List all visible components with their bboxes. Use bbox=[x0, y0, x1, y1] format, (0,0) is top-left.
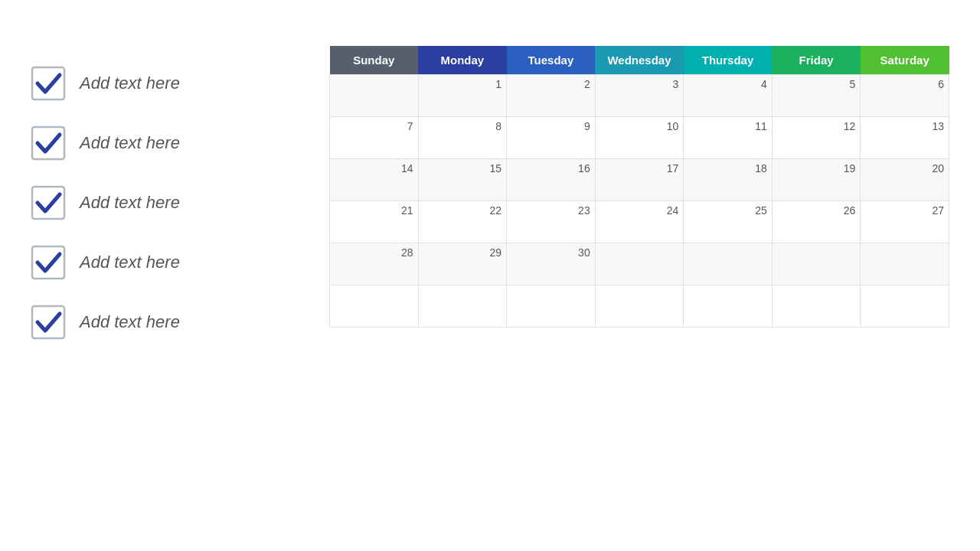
calendar-header-cell: Wednesday bbox=[595, 46, 684, 75]
checklist: Add text here Add text here Add text her… bbox=[31, 46, 299, 352]
calendar-week-row: 123456 bbox=[330, 75, 949, 117]
calendar-day-cell: 5 bbox=[772, 75, 861, 117]
calendar-header-cell: Tuesday bbox=[507, 46, 596, 75]
calendar-day-cell: 13 bbox=[861, 117, 949, 159]
calendar-day-cell: 7 bbox=[330, 117, 419, 159]
calendar-day-cell bbox=[418, 285, 507, 328]
calendar-day-cell bbox=[772, 243, 861, 285]
calendar-day-cell bbox=[330, 75, 419, 117]
calendar-day-cell bbox=[861, 243, 949, 285]
calendar-day-cell bbox=[595, 243, 684, 285]
calendar-header-cell: Sunday bbox=[330, 46, 419, 75]
calendar-week-row: 78910111213 bbox=[330, 117, 949, 159]
calendar-day-cell: 28 bbox=[330, 243, 419, 285]
calendar-day-cell bbox=[684, 243, 773, 285]
calendar-day-cell: 4 bbox=[684, 75, 773, 117]
calendar-day-cell: 11 bbox=[684, 117, 773, 159]
calendar-day-cell: 30 bbox=[507, 243, 596, 285]
calendar-header-cell: Saturday bbox=[861, 46, 949, 75]
calendar-day-cell: 16 bbox=[507, 159, 596, 201]
checklist-item-text: Add text here bbox=[80, 133, 180, 153]
calendar-header-cell: Thursday bbox=[684, 46, 773, 75]
checkbox-icon bbox=[31, 126, 66, 161]
checklist-item: Add text here bbox=[31, 113, 299, 173]
calendar-day-cell: 18 bbox=[684, 159, 773, 201]
calendar-day-cell: 24 bbox=[595, 201, 684, 243]
calendar-day-cell: 8 bbox=[418, 117, 507, 159]
calendar-header: SundayMondayTuesdayWednesdayThursdayFrid… bbox=[330, 46, 949, 75]
calendar-day-cell: 19 bbox=[772, 159, 861, 201]
calendar-header-cell: Friday bbox=[772, 46, 861, 75]
calendar-day-cell bbox=[595, 285, 684, 328]
calendar-day-cell bbox=[772, 285, 861, 328]
page-title bbox=[0, 0, 980, 38]
checkbox-icon bbox=[31, 305, 66, 340]
calendar-week-row: 21222324252627 bbox=[330, 201, 949, 243]
calendar-day-cell: 23 bbox=[507, 201, 596, 243]
calendar-day-cell: 10 bbox=[595, 117, 684, 159]
checklist-item: Add text here bbox=[31, 173, 299, 233]
calendar-day-cell: 17 bbox=[595, 159, 684, 201]
calendar-day-cell: 21 bbox=[330, 201, 419, 243]
calendar-day-cell: 12 bbox=[772, 117, 861, 159]
calendar-day-cell: 25 bbox=[684, 201, 773, 243]
calendar-day-cell: 27 bbox=[861, 201, 949, 243]
calendar-day-cell: 20 bbox=[861, 159, 949, 201]
checklist-item-text: Add text here bbox=[80, 253, 180, 272]
calendar-day-cell: 1 bbox=[418, 75, 507, 117]
calendar-day-cell: 26 bbox=[772, 201, 861, 243]
checklist-item: Add text here bbox=[31, 54, 299, 113]
checkbox-icon bbox=[31, 185, 66, 220]
calendar-day-cell: 6 bbox=[861, 75, 949, 117]
calendar-day-cell: 15 bbox=[418, 159, 507, 201]
calendar-day-cell bbox=[861, 285, 949, 328]
calendar-table: SundayMondayTuesdayWednesdayThursdayFrid… bbox=[329, 46, 949, 328]
calendar-day-cell: 29 bbox=[418, 243, 507, 285]
calendar-day-cell bbox=[507, 285, 596, 328]
calendar-week-row bbox=[330, 285, 949, 328]
calendar-day-cell: 14 bbox=[330, 159, 419, 201]
calendar: SundayMondayTuesdayWednesdayThursdayFrid… bbox=[329, 46, 949, 352]
checkbox-icon bbox=[31, 245, 66, 280]
checklist-item-text: Add text here bbox=[80, 73, 180, 93]
checklist-item-text: Add text here bbox=[80, 312, 180, 332]
checklist-item: Add text here bbox=[31, 233, 299, 292]
calendar-week-row: 14151617181920 bbox=[330, 159, 949, 201]
calendar-day-cell bbox=[684, 285, 773, 328]
calendar-day-cell: 2 bbox=[507, 75, 596, 117]
checklist-item-text: Add text here bbox=[80, 193, 180, 213]
checklist-item: Add text here bbox=[31, 292, 299, 352]
calendar-day-cell: 9 bbox=[507, 117, 596, 159]
checkbox-icon bbox=[31, 66, 66, 101]
calendar-header-cell: Monday bbox=[418, 46, 507, 75]
calendar-header-row: SundayMondayTuesdayWednesdayThursdayFrid… bbox=[330, 46, 949, 75]
calendar-week-row: 282930 bbox=[330, 243, 949, 285]
calendar-body: 1234567891011121314151617181920212223242… bbox=[330, 75, 949, 328]
calendar-day-cell: 3 bbox=[595, 75, 684, 117]
calendar-day-cell: 22 bbox=[418, 201, 507, 243]
calendar-day-cell bbox=[330, 285, 419, 328]
